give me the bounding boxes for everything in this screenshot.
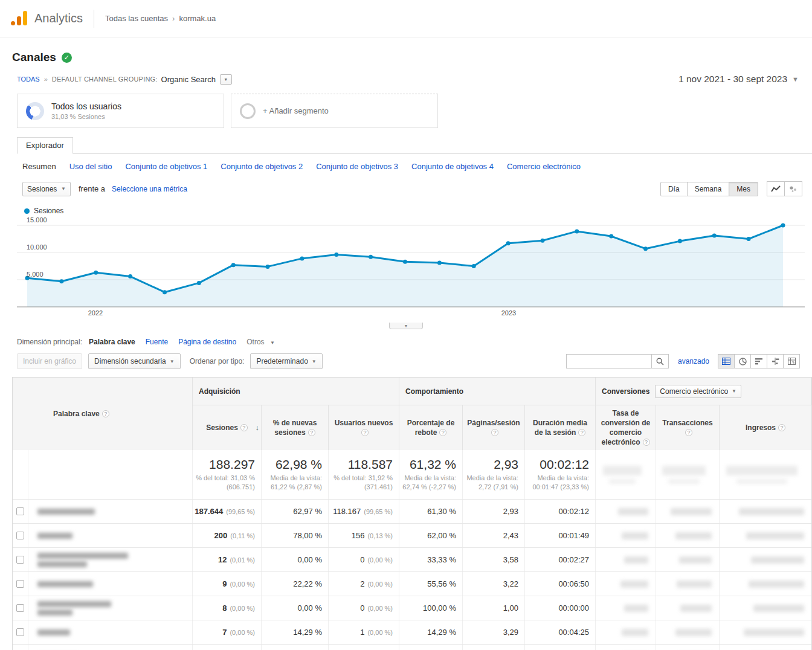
tabs-row: Explorador [17,138,812,154]
date-range-selector[interactable]: 1 nov 2021 - 30 sept 2023 ▼ [678,74,799,85]
column-header-bounce[interactable]: Porcentaje de rebote? [399,405,463,450]
column-label: Transacciones [662,419,712,427]
topbar: Analytics Todas las cuentas › kormak.ua [0,0,812,37]
row-checkbox[interactable] [16,532,24,539]
subtab-uso-del-sitio[interactable]: Uso del sitio [69,162,112,171]
keyword-cell-redacted[interactable] [28,620,193,644]
table-view-icon[interactable] [718,354,735,368]
column-header-conv-rate[interactable]: Tasa de conversión de comercio electróni… [596,405,656,450]
column-label: Usuarios nuevos [335,419,393,427]
help-icon[interactable]: ? [778,424,785,431]
brand-name: Analytics [34,11,83,25]
keyword-cell-redacted[interactable] [28,548,193,571]
secondary-dimension-label: Dimensión secundaria [94,357,166,365]
chart-resize-handle[interactable]: ▼ [389,323,423,329]
legend-label: Sesiones [34,207,63,215]
help-icon[interactable]: ? [439,429,446,436]
comparison-view-icon[interactable] [767,354,784,368]
tab-explorador[interactable]: Explorador [17,137,73,154]
group-label: Adquisición [199,387,240,396]
summary-conv-rate-redacted [596,450,656,499]
channel-grouping-dropdown[interactable]: ▾ [220,74,232,85]
add-segment-circle-icon [240,103,256,119]
pivot-view-icon[interactable] [783,354,800,368]
filter-separator: » [44,76,48,83]
chevron-down-icon: ▼ [170,359,175,364]
column-header-duration[interactable]: Duración media de la sesión? [525,405,596,450]
table-toolbar: Incluir en gráfico Dimensión secundaria … [17,353,800,369]
summary-bounce-sub: Media de la vista: 62,74 % (-2,27 %) [399,474,456,492]
keyword-cell-redacted[interactable] [28,524,193,547]
percentage-view-icon[interactable] [734,354,751,368]
column-header-revenue[interactable]: Ingresos? [720,405,811,450]
help-icon[interactable]: ? [685,429,692,436]
breadcrumb-accounts[interactable]: Todas las cuentas [105,14,168,23]
segment-card-all-users[interactable]: Todos los usuarios 31,03 % Sesiones [17,94,224,128]
add-segment-card[interactable]: + Añadir segmento [231,94,438,128]
subtab-objetivos-2[interactable]: Conjunto de objetivos 2 [221,162,303,171]
search-button[interactable] [652,354,669,368]
sort-descending-icon[interactable]: ↓ [256,422,260,433]
help-icon[interactable]: ? [643,439,650,446]
sort-type-select[interactable]: Predeterminado ▼ [250,353,322,369]
help-icon[interactable]: ? [102,410,109,417]
summary-transactions-redacted [656,450,720,499]
row-checkbox[interactable] [16,507,24,515]
column-header-new-users[interactable]: Usuarios nuevos? [329,405,399,450]
keyword-cell-redacted[interactable] [28,596,193,620]
motion-chart-toggle-icon[interactable] [784,181,802,196]
conversions-type-value: Comercio electrónico [660,387,728,396]
x-axis-label: 2023 [491,309,527,317]
column-label: Porcentaje de rebote [407,419,455,437]
granularity-month-button[interactable]: Mes [729,182,758,196]
column-header-pages[interactable]: Páginas/sesión? [463,405,525,450]
row-checkbox[interactable] [16,628,24,636]
keyword-cell-redacted[interactable] [28,500,193,523]
help-icon[interactable]: ? [361,429,369,436]
chevron-down-icon: ▼ [732,388,736,394]
help-icon[interactable]: ? [491,429,498,436]
secondary-dimension-button[interactable]: Dimensión secundaria ▼ [88,353,181,369]
select-metric-link[interactable]: Seleccione una métrica [112,185,187,193]
breadcrumb-property[interactable]: kormak.ua [179,14,216,23]
filter-all-link[interactable]: TODAS [17,76,40,83]
row-checkbox[interactable] [16,556,24,564]
summary-duration: 00:02:12 [540,457,589,472]
conversions-type-select[interactable]: Comercio electrónico ▼ [655,385,741,398]
row-checkbox[interactable] [16,604,24,612]
dimension-fuente[interactable]: Fuente [146,338,168,346]
help-icon[interactable]: ? [308,429,315,436]
granularity-day-button[interactable]: Día [660,182,688,196]
x-axis-label: 2022 [77,309,114,317]
legend-dot-icon [24,208,30,214]
keyword-cell-redacted[interactable] [28,572,193,596]
advanced-link[interactable]: avanzado [678,357,709,365]
column-header-transactions[interactable]: Transacciones? [656,405,720,450]
granularity-week-button[interactable]: Semana [687,182,730,196]
help-icon[interactable]: ? [240,424,248,431]
row-checkbox[interactable] [16,580,24,588]
dimension-keyword[interactable]: Palabra clave [89,338,135,346]
performance-view-icon[interactable] [750,354,767,368]
dimension-otros-dropdown[interactable]: Otros ▼ [246,338,275,346]
dimension-otros-label: Otros [246,338,264,346]
subtab-objetivos-1[interactable]: Conjunto de objetivos 1 [125,162,207,171]
column-header-sessions[interactable]: Sesiones? ↓ [193,405,262,450]
subtab-resumen[interactable]: Resumen [22,162,56,171]
line-chart-toggle-icon[interactable] [767,181,785,196]
segment-subtitle: 31,03 % Sesiones [51,113,121,120]
table-search [566,354,669,368]
column-header-keyword[interactable]: Palabra clave ? [28,378,193,450]
search-input[interactable] [566,354,652,368]
include-in-chart-button[interactable]: Incluir en gráfico [17,353,82,369]
subtab-objetivos-4[interactable]: Conjunto de objetivos 4 [411,162,494,171]
dimension-pagina-destino[interactable]: Página de destino [178,338,236,346]
summary-pages: 2,93 [494,457,518,472]
subtab-comercio-electronico[interactable]: Comercio electrónico [507,162,581,171]
subtab-objetivos-3[interactable]: Conjunto de objetivos 3 [316,162,398,171]
metric-select[interactable]: Sesiones ▼ [22,182,71,196]
column-header-new-sessions[interactable]: % de nuevas sesiones? [262,405,329,450]
help-icon[interactable]: ? [578,429,585,436]
keyword-cell-redacted[interactable] [28,645,193,650]
breadcrumb-separator-icon: › [172,14,175,23]
